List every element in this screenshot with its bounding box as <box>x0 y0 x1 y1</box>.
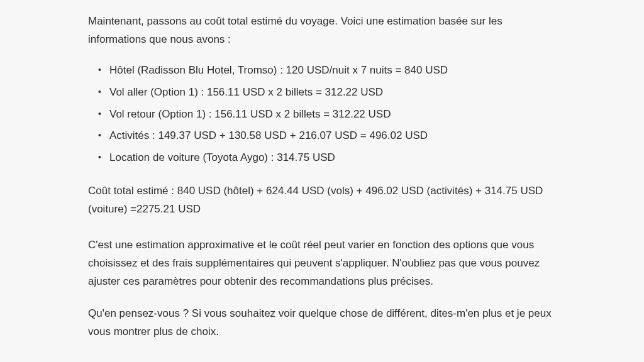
list-item-text: Vol aller (Option 1) : 156.11 USD x 2 bi… <box>109 84 383 102</box>
bullet-icon: • <box>98 127 109 144</box>
list-item: • Vol aller (Option 1) : 156.11 USD x 2 … <box>98 84 562 102</box>
cost-breakdown-list: • Hôtel (Radisson Blu Hotel, Tromso) : 1… <box>88 62 562 167</box>
total-paragraph: Coût total estimé : 840 USD (hôtel) + 62… <box>88 182 562 219</box>
bullet-icon: • <box>98 106 109 123</box>
bullet-icon: • <box>98 62 109 79</box>
list-item-text: Hôtel (Radisson Blu Hotel, Tromso) : 120… <box>109 62 448 80</box>
closing-paragraph: Qu'en pensez-vous ? Si vous souhaitez vo… <box>88 305 562 341</box>
list-item-text: Vol retour (Option 1) : 156.11 USD x 2 b… <box>109 106 391 124</box>
list-item: • Vol retour (Option 1) : 156.11 USD x 2… <box>98 106 562 124</box>
list-item-text: Activités : 149.37 USD + 130.58 USD + 21… <box>109 127 428 145</box>
list-item: • Activités : 149.37 USD + 130.58 USD + … <box>98 127 562 145</box>
list-item: • Hôtel (Radisson Blu Hotel, Tromso) : 1… <box>98 62 562 80</box>
disclaimer-paragraph: C'est une estimation approximative et le… <box>88 236 562 291</box>
bullet-icon: • <box>98 149 109 166</box>
list-item-text: Location de voiture (Toyota Aygo) : 314.… <box>109 149 335 167</box>
list-item: • Location de voiture (Toyota Aygo) : 31… <box>98 149 562 167</box>
bullet-icon: • <box>98 84 109 101</box>
intro-paragraph: Maintenant, passons au coût total estimé… <box>88 13 562 49</box>
